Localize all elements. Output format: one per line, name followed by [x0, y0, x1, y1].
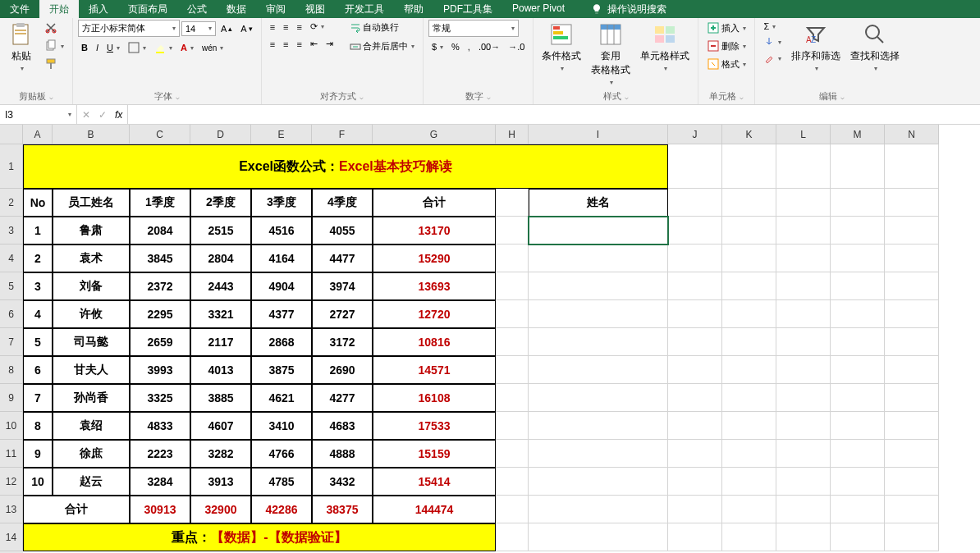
- data-B5[interactable]: 刘备: [53, 272, 130, 300]
- increase-font-button[interactable]: A▴: [218, 22, 236, 35]
- cell-N7[interactable]: [885, 328, 939, 356]
- cell-H10[interactable]: [496, 412, 529, 440]
- data-E12[interactable]: 4785: [251, 468, 312, 496]
- cell-K8[interactable]: [722, 356, 776, 384]
- comma-button[interactable]: ,: [465, 40, 474, 53]
- data-B4[interactable]: 袁术: [53, 245, 130, 272]
- header-I[interactable]: 姓名: [529, 189, 668, 217]
- accounting-button[interactable]: $▾: [428, 40, 446, 53]
- cell-N13[interactable]: [885, 496, 939, 523]
- data-D10[interactable]: 4607: [190, 412, 251, 440]
- cell-L13[interactable]: [776, 496, 831, 523]
- clear-button[interactable]: ▾: [760, 51, 785, 66]
- data-B11[interactable]: 徐庶: [53, 440, 130, 468]
- align-middle-button[interactable]: ≡: [280, 21, 291, 34]
- row-header-5[interactable]: 5: [0, 272, 23, 300]
- row-header-6[interactable]: 6: [0, 300, 23, 328]
- col-header-B[interactable]: B: [53, 125, 130, 144]
- cell-I8[interactable]: [529, 356, 668, 384]
- cell-J14[interactable]: [668, 523, 722, 551]
- data-E8[interactable]: 3875: [251, 356, 312, 384]
- decrease-decimal-button[interactable]: →.0: [505, 40, 528, 53]
- cell-J13[interactable]: [668, 496, 722, 523]
- data-A3[interactable]: 1: [23, 217, 53, 245]
- cell-K2[interactable]: [722, 189, 776, 217]
- bold-button[interactable]: B: [78, 41, 91, 54]
- header-G[interactable]: 合计: [373, 189, 496, 217]
- cell-H7[interactable]: [496, 328, 529, 356]
- italic-button[interactable]: I: [93, 41, 102, 54]
- data-F5[interactable]: 3974: [312, 272, 373, 300]
- tab-公式[interactable]: 公式: [177, 0, 217, 18]
- cell-N4[interactable]: [885, 245, 939, 272]
- data-F9[interactable]: 4277: [312, 384, 373, 412]
- data-B7[interactable]: 司马懿: [53, 328, 130, 356]
- col-header-G[interactable]: G: [373, 125, 496, 144]
- cell-L1[interactable]: [776, 144, 831, 189]
- data-F3[interactable]: 4055: [312, 217, 373, 245]
- cell-H4[interactable]: [496, 245, 529, 272]
- cell-J9[interactable]: [668, 384, 722, 412]
- cell-H11[interactable]: [496, 440, 529, 468]
- col-header-D[interactable]: D: [190, 125, 251, 144]
- cell-I6[interactable]: [529, 300, 668, 328]
- selected-cell[interactable]: [529, 217, 668, 245]
- data-B6[interactable]: 许攸: [53, 300, 130, 328]
- conditional-format-button[interactable]: 条件格式▾: [538, 20, 584, 74]
- col-header-N[interactable]: N: [885, 125, 939, 144]
- cell-K14[interactable]: [722, 523, 776, 551]
- data-C6[interactable]: 2295: [130, 300, 190, 328]
- cell-N10[interactable]: [885, 412, 939, 440]
- cell-L3[interactable]: [776, 217, 831, 245]
- col-header-J[interactable]: J: [668, 125, 722, 144]
- tab-数据[interactable]: 数据: [217, 0, 256, 18]
- col-header-F[interactable]: F: [312, 125, 373, 144]
- cell-J12[interactable]: [668, 468, 722, 496]
- cell-J4[interactable]: [668, 245, 722, 272]
- data-G7[interactable]: 10816: [373, 328, 496, 356]
- cell-L8[interactable]: [776, 356, 831, 384]
- cell-H14[interactable]: [496, 523, 529, 551]
- cell-K12[interactable]: [722, 468, 776, 496]
- data-A8[interactable]: 6: [23, 356, 53, 384]
- cell-K5[interactable]: [722, 272, 776, 300]
- font-size-combo[interactable]: 14▾: [181, 21, 216, 36]
- data-B9[interactable]: 孙尚香: [53, 384, 130, 412]
- data-C11[interactable]: 2223: [130, 440, 190, 468]
- cell-M13[interactable]: [831, 496, 885, 523]
- cell-J2[interactable]: [668, 189, 722, 217]
- cell-J10[interactable]: [668, 412, 722, 440]
- data-G9[interactable]: 16108: [373, 384, 496, 412]
- col-header-M[interactable]: M: [831, 125, 885, 144]
- total-label[interactable]: 合计: [23, 496, 130, 523]
- data-D4[interactable]: 2804: [190, 245, 251, 272]
- cell-J5[interactable]: [668, 272, 722, 300]
- cell-K4[interactable]: [722, 245, 776, 272]
- header-C[interactable]: 1季度: [130, 189, 190, 217]
- cell-M5[interactable]: [831, 272, 885, 300]
- row-header-4[interactable]: 4: [0, 245, 23, 272]
- tab-审阅[interactable]: 审阅: [256, 0, 295, 18]
- col-header-L[interactable]: L: [776, 125, 831, 144]
- cell-K3[interactable]: [722, 217, 776, 245]
- row-header-14[interactable]: 14: [0, 523, 23, 551]
- footer-cell[interactable]: 重点：【数据】-【数据验证】: [23, 523, 496, 551]
- row-header-13[interactable]: 13: [0, 496, 23, 523]
- autosum-button[interactable]: Σ▾: [760, 20, 785, 33]
- cell-H9[interactable]: [496, 384, 529, 412]
- row-header-7[interactable]: 7: [0, 328, 23, 356]
- cell-L11[interactable]: [776, 440, 831, 468]
- cell-L4[interactable]: [776, 245, 831, 272]
- cell-H12[interactable]: [496, 468, 529, 496]
- decrease-indent-button[interactable]: ⇤: [307, 37, 321, 51]
- data-C12[interactable]: 3284: [130, 468, 190, 496]
- cancel-formula-icon[interactable]: ✕: [82, 109, 90, 121]
- data-C7[interactable]: 2659: [130, 328, 190, 356]
- phonetic-button[interactable]: wén▾: [199, 42, 227, 54]
- cell-H6[interactable]: [496, 300, 529, 328]
- find-select-button[interactable]: 查找和选择▾: [847, 20, 903, 74]
- cell-M8[interactable]: [831, 356, 885, 384]
- data-C9[interactable]: 3325: [130, 384, 190, 412]
- data-B10[interactable]: 袁绍: [53, 412, 130, 440]
- data-F11[interactable]: 4888: [312, 440, 373, 468]
